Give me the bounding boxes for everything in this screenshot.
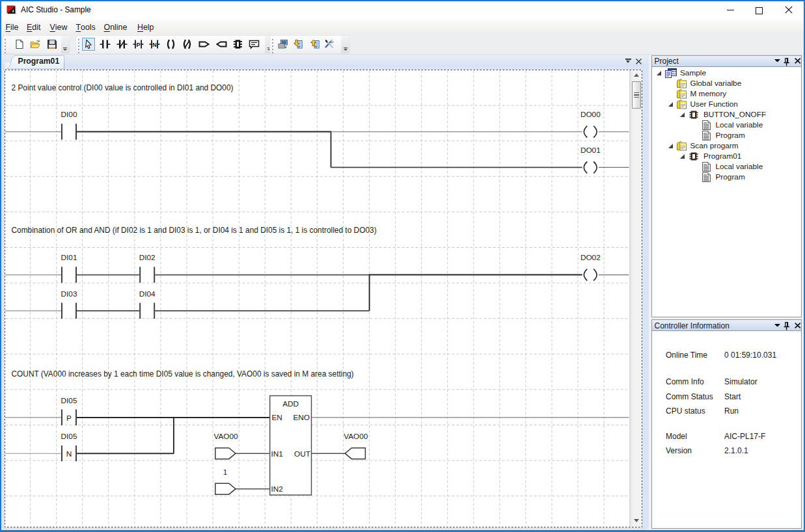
- svg-text:DI05: DI05: [61, 396, 77, 405]
- svg-text:VAO00: VAO00: [213, 432, 238, 441]
- svg-text:DI04: DI04: [139, 289, 156, 299]
- svg-text:DI03: DI03: [61, 289, 77, 299]
- svg-text:N: N: [152, 42, 157, 48]
- svg-text:OUT: OUT: [294, 449, 310, 459]
- svg-text:P: P: [136, 42, 140, 48]
- svg-text:DI02: DI02: [139, 253, 156, 262]
- svg-text:COUNT (VA000 increases by 1 ea: COUNT (VA000 increases by 1 each time DI…: [12, 369, 354, 379]
- svg-text:ADD: ADD: [282, 399, 299, 408]
- svg-text:Combination of OR and AND (if: Combination of OR and AND (if DI02 is 1 …: [12, 226, 377, 235]
- svg-text:DI05: DI05: [61, 432, 77, 441]
- svg-text:1: 1: [223, 468, 228, 477]
- svg-text:VAO00: VAO00: [344, 432, 368, 441]
- svg-text:IN1: IN1: [271, 449, 283, 459]
- svg-text:2 Point value control (DI00 va: 2 Point value control (DI00 value is con…: [12, 83, 234, 92]
- svg-text:DO01: DO01: [580, 146, 601, 155]
- svg-text:DI00: DI00: [61, 110, 77, 119]
- svg-text:IN2: IN2: [271, 485, 283, 494]
- svg-text:N: N: [66, 449, 72, 459]
- svg-text:ENO: ENO: [293, 413, 310, 422]
- svg-text:DO00: DO00: [580, 110, 601, 119]
- svg-text:DO02: DO02: [580, 253, 601, 262]
- svg-text:DI01: DI01: [61, 253, 77, 262]
- svg-text:P: P: [66, 414, 72, 423]
- svg-text:EN: EN: [272, 413, 282, 422]
